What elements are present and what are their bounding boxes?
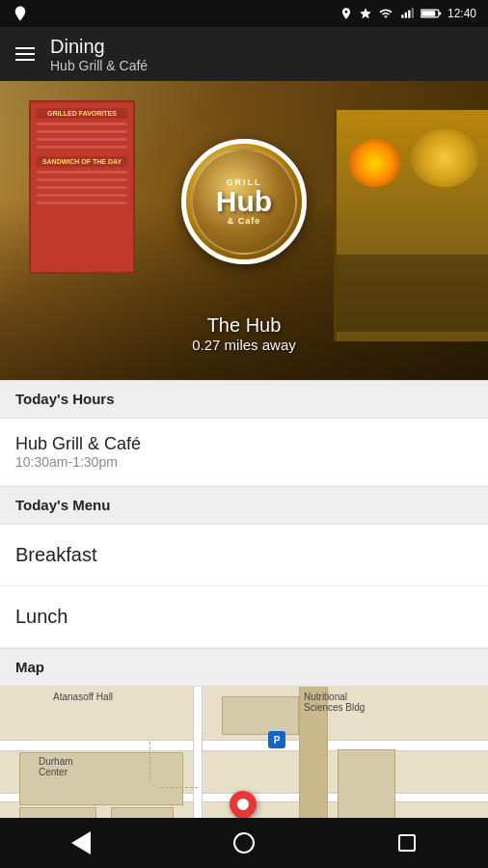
logo-inner: Grill Hub & Cafe	[191, 149, 297, 255]
hero-venue-name: The Hub	[0, 314, 488, 337]
hours-section-header: Today's Hours	[0, 380, 488, 419]
hours-content-row: Hub Grill & Café 10:30am-1:30pm	[0, 419, 488, 486]
svg-rect-2	[405, 13, 407, 18]
menu-item-lunch[interactable]: Lunch	[0, 586, 488, 648]
battery-icon	[420, 8, 442, 19]
status-left	[12, 5, 29, 22]
map-label-durham: DurhamCenter	[39, 756, 73, 777]
toolbar: Dining Hub Grill & Café	[0, 27, 488, 81]
home-icon	[233, 832, 255, 854]
path-curve	[149, 740, 198, 788]
status-right: 12:40	[339, 7, 476, 20]
recent-button[interactable]	[383, 819, 431, 867]
hero-distance: 0.27 miles away	[0, 337, 488, 353]
time-display: 12:40	[447, 7, 476, 20]
wifi-icon	[378, 7, 393, 20]
map-label-nutritional-1: Nutritional	[304, 692, 347, 702]
svg-rect-3	[408, 11, 410, 18]
map-label-nutritional-2: Sciences Bldg	[304, 702, 365, 713]
logo-hub-text: Hub	[216, 187, 272, 216]
menu-section-label: Today's Menu	[15, 497, 110, 513]
map-section-header: Map	[0, 648, 488, 687]
toolbar-title: Dining	[50, 35, 148, 58]
menu-item-lunch-label: Lunch	[15, 606, 68, 627]
map-label-atanasoff: Atanasoff Hall	[53, 692, 113, 702]
star-icon	[359, 7, 372, 20]
toolbar-subtitle: Hub Grill & Café	[50, 58, 148, 74]
svg-rect-4	[412, 8, 414, 18]
building-nutritional	[222, 696, 299, 735]
bottom-nav	[0, 818, 488, 868]
hero-caption: The Hub 0.27 miles away	[0, 314, 488, 353]
restaurant-name: Hub Grill & Café	[15, 434, 473, 454]
hero-section: Grilled Favorites Sandwich of the Day Gr…	[0, 81, 488, 380]
menu-button[interactable]	[15, 47, 35, 61]
hours-section-label: Today's Hours	[15, 391, 114, 407]
menu-item-breakfast[interactable]: Breakfast	[0, 525, 488, 586]
toolbar-title-block: Dining Hub Grill & Café	[50, 35, 148, 74]
restaurant-hours: 10:30am-1:30pm	[15, 454, 473, 481]
menu-board: Grilled Favorites Sandwich of the Day	[29, 100, 135, 274]
food-display	[334, 110, 488, 341]
location-icon	[339, 7, 353, 20]
hero-background: Grilled Favorites Sandwich of the Day Gr…	[0, 81, 488, 380]
app-icon	[12, 5, 29, 22]
back-icon	[71, 831, 91, 854]
svg-rect-6	[439, 12, 441, 14]
menu-section-header: Today's Menu	[0, 486, 488, 525]
status-bar: 12:40	[0, 0, 488, 27]
svg-rect-1	[401, 14, 403, 18]
logo-cafe-text: & Cafe	[228, 216, 261, 226]
road-horizontal-1	[0, 740, 488, 751]
recent-icon	[398, 834, 416, 852]
bus-stop-marker: P	[268, 731, 285, 748]
venue-logo: Grill Hub & Cafe	[181, 139, 307, 264]
home-button[interactable]	[220, 819, 268, 867]
signal-icon	[399, 7, 415, 20]
menu-item-breakfast-label: Breakfast	[15, 544, 96, 565]
map-section-label: Map	[15, 659, 44, 675]
back-button[interactable]	[57, 819, 105, 867]
svg-rect-7	[421, 11, 435, 16]
